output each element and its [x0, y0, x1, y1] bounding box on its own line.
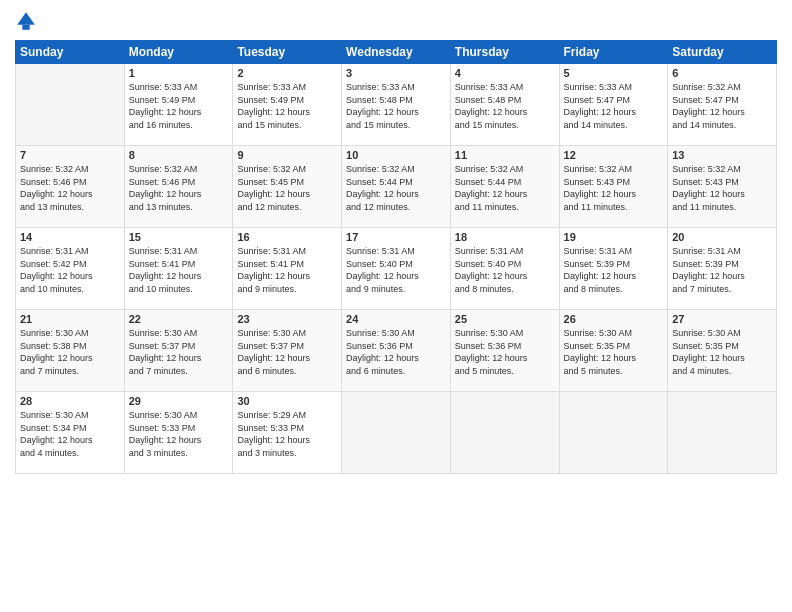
day-header-saturday: Saturday: [668, 41, 777, 64]
day-number: 9: [237, 149, 337, 161]
week-row-3: 14Sunrise: 5:31 AM Sunset: 5:42 PM Dayli…: [16, 228, 777, 310]
day-header-wednesday: Wednesday: [342, 41, 451, 64]
calendar-cell: 9Sunrise: 5:32 AM Sunset: 5:45 PM Daylig…: [233, 146, 342, 228]
day-info: Sunrise: 5:31 AM Sunset: 5:40 PM Dayligh…: [346, 245, 446, 295]
day-header-tuesday: Tuesday: [233, 41, 342, 64]
calendar-cell: 26Sunrise: 5:30 AM Sunset: 5:35 PM Dayli…: [559, 310, 668, 392]
day-number: 10: [346, 149, 446, 161]
day-number: 17: [346, 231, 446, 243]
calendar-cell: 28Sunrise: 5:30 AM Sunset: 5:34 PM Dayli…: [16, 392, 125, 474]
week-row-4: 21Sunrise: 5:30 AM Sunset: 5:38 PM Dayli…: [16, 310, 777, 392]
calendar-cell: 21Sunrise: 5:30 AM Sunset: 5:38 PM Dayli…: [16, 310, 125, 392]
calendar-cell: 5Sunrise: 5:33 AM Sunset: 5:47 PM Daylig…: [559, 64, 668, 146]
day-number: 29: [129, 395, 229, 407]
day-info: Sunrise: 5:30 AM Sunset: 5:35 PM Dayligh…: [672, 327, 772, 377]
day-number: 26: [564, 313, 664, 325]
day-number: 7: [20, 149, 120, 161]
day-info: Sunrise: 5:31 AM Sunset: 5:42 PM Dayligh…: [20, 245, 120, 295]
day-number: 11: [455, 149, 555, 161]
day-number: 1: [129, 67, 229, 79]
calendar-cell: 23Sunrise: 5:30 AM Sunset: 5:37 PM Dayli…: [233, 310, 342, 392]
calendar-cell: 6Sunrise: 5:32 AM Sunset: 5:47 PM Daylig…: [668, 64, 777, 146]
day-info: Sunrise: 5:31 AM Sunset: 5:41 PM Dayligh…: [237, 245, 337, 295]
calendar-cell: 20Sunrise: 5:31 AM Sunset: 5:39 PM Dayli…: [668, 228, 777, 310]
day-number: 3: [346, 67, 446, 79]
calendar-cell: [668, 392, 777, 474]
day-info: Sunrise: 5:32 AM Sunset: 5:43 PM Dayligh…: [564, 163, 664, 213]
day-header-thursday: Thursday: [450, 41, 559, 64]
calendar-cell: [559, 392, 668, 474]
day-info: Sunrise: 5:33 AM Sunset: 5:49 PM Dayligh…: [237, 81, 337, 131]
logo: [15, 10, 39, 32]
day-number: 25: [455, 313, 555, 325]
day-number: 28: [20, 395, 120, 407]
day-info: Sunrise: 5:30 AM Sunset: 5:36 PM Dayligh…: [346, 327, 446, 377]
calendar-cell: [342, 392, 451, 474]
calendar-cell: [16, 64, 125, 146]
calendar-table: SundayMondayTuesdayWednesdayThursdayFrid…: [15, 40, 777, 474]
calendar-cell: 30Sunrise: 5:29 AM Sunset: 5:33 PM Dayli…: [233, 392, 342, 474]
day-info: Sunrise: 5:32 AM Sunset: 5:44 PM Dayligh…: [455, 163, 555, 213]
day-header-friday: Friday: [559, 41, 668, 64]
day-number: 8: [129, 149, 229, 161]
day-info: Sunrise: 5:31 AM Sunset: 5:41 PM Dayligh…: [129, 245, 229, 295]
day-header-monday: Monday: [124, 41, 233, 64]
day-number: 2: [237, 67, 337, 79]
calendar-cell: 15Sunrise: 5:31 AM Sunset: 5:41 PM Dayli…: [124, 228, 233, 310]
day-number: 4: [455, 67, 555, 79]
day-info: Sunrise: 5:33 AM Sunset: 5:47 PM Dayligh…: [564, 81, 664, 131]
calendar-cell: 12Sunrise: 5:32 AM Sunset: 5:43 PM Dayli…: [559, 146, 668, 228]
day-info: Sunrise: 5:29 AM Sunset: 5:33 PM Dayligh…: [237, 409, 337, 459]
calendar-cell: 14Sunrise: 5:31 AM Sunset: 5:42 PM Dayli…: [16, 228, 125, 310]
day-number: 6: [672, 67, 772, 79]
day-info: Sunrise: 5:33 AM Sunset: 5:48 PM Dayligh…: [346, 81, 446, 131]
week-row-2: 7Sunrise: 5:32 AM Sunset: 5:46 PM Daylig…: [16, 146, 777, 228]
logo-icon: [15, 10, 37, 32]
calendar-cell: 25Sunrise: 5:30 AM Sunset: 5:36 PM Dayli…: [450, 310, 559, 392]
day-info: Sunrise: 5:31 AM Sunset: 5:40 PM Dayligh…: [455, 245, 555, 295]
day-info: Sunrise: 5:32 AM Sunset: 5:44 PM Dayligh…: [346, 163, 446, 213]
day-number: 23: [237, 313, 337, 325]
day-info: Sunrise: 5:32 AM Sunset: 5:46 PM Dayligh…: [129, 163, 229, 213]
calendar-cell: 29Sunrise: 5:30 AM Sunset: 5:33 PM Dayli…: [124, 392, 233, 474]
day-info: Sunrise: 5:32 AM Sunset: 5:45 PM Dayligh…: [237, 163, 337, 213]
calendar-cell: 2Sunrise: 5:33 AM Sunset: 5:49 PM Daylig…: [233, 64, 342, 146]
day-info: Sunrise: 5:32 AM Sunset: 5:47 PM Dayligh…: [672, 81, 772, 131]
day-header-sunday: Sunday: [16, 41, 125, 64]
calendar-cell: [450, 392, 559, 474]
svg-rect-1: [22, 25, 29, 30]
calendar-cell: 19Sunrise: 5:31 AM Sunset: 5:39 PM Dayli…: [559, 228, 668, 310]
day-info: Sunrise: 5:30 AM Sunset: 5:38 PM Dayligh…: [20, 327, 120, 377]
calendar-cell: 22Sunrise: 5:30 AM Sunset: 5:37 PM Dayli…: [124, 310, 233, 392]
week-row-1: 1Sunrise: 5:33 AM Sunset: 5:49 PM Daylig…: [16, 64, 777, 146]
day-info: Sunrise: 5:30 AM Sunset: 5:35 PM Dayligh…: [564, 327, 664, 377]
day-info: Sunrise: 5:32 AM Sunset: 5:43 PM Dayligh…: [672, 163, 772, 213]
calendar-cell: 1Sunrise: 5:33 AM Sunset: 5:49 PM Daylig…: [124, 64, 233, 146]
calendar-cell: 18Sunrise: 5:31 AM Sunset: 5:40 PM Dayli…: [450, 228, 559, 310]
day-number: 5: [564, 67, 664, 79]
day-number: 15: [129, 231, 229, 243]
day-info: Sunrise: 5:33 AM Sunset: 5:48 PM Dayligh…: [455, 81, 555, 131]
day-info: Sunrise: 5:32 AM Sunset: 5:46 PM Dayligh…: [20, 163, 120, 213]
day-number: 18: [455, 231, 555, 243]
calendar-cell: 7Sunrise: 5:32 AM Sunset: 5:46 PM Daylig…: [16, 146, 125, 228]
page-header: [15, 10, 777, 32]
calendar-cell: 13Sunrise: 5:32 AM Sunset: 5:43 PM Dayli…: [668, 146, 777, 228]
day-number: 13: [672, 149, 772, 161]
day-number: 19: [564, 231, 664, 243]
day-number: 12: [564, 149, 664, 161]
day-number: 22: [129, 313, 229, 325]
day-info: Sunrise: 5:33 AM Sunset: 5:49 PM Dayligh…: [129, 81, 229, 131]
day-info: Sunrise: 5:31 AM Sunset: 5:39 PM Dayligh…: [672, 245, 772, 295]
day-info: Sunrise: 5:30 AM Sunset: 5:36 PM Dayligh…: [455, 327, 555, 377]
day-number: 20: [672, 231, 772, 243]
calendar-cell: 11Sunrise: 5:32 AM Sunset: 5:44 PM Dayli…: [450, 146, 559, 228]
calendar-cell: 24Sunrise: 5:30 AM Sunset: 5:36 PM Dayli…: [342, 310, 451, 392]
calendar-cell: 10Sunrise: 5:32 AM Sunset: 5:44 PM Dayli…: [342, 146, 451, 228]
header-row: SundayMondayTuesdayWednesdayThursdayFrid…: [16, 41, 777, 64]
day-info: Sunrise: 5:30 AM Sunset: 5:34 PM Dayligh…: [20, 409, 120, 459]
day-info: Sunrise: 5:30 AM Sunset: 5:37 PM Dayligh…: [237, 327, 337, 377]
day-info: Sunrise: 5:30 AM Sunset: 5:33 PM Dayligh…: [129, 409, 229, 459]
day-number: 24: [346, 313, 446, 325]
day-info: Sunrise: 5:30 AM Sunset: 5:37 PM Dayligh…: [129, 327, 229, 377]
